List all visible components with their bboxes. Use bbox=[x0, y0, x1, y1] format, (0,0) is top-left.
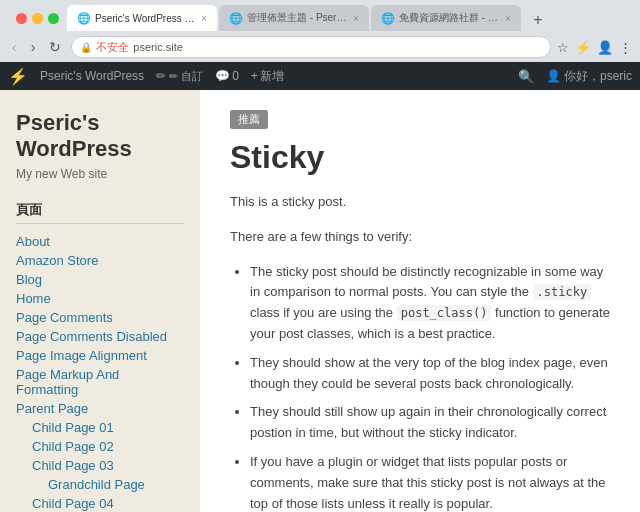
nav-link-page-comments-disabled[interactable]: Page Comments Disabled bbox=[16, 329, 167, 344]
site-tagline: My new Web site bbox=[16, 167, 184, 181]
tab-label-2: 管理佈景主題 - Pseric's WordPr... bbox=[247, 11, 347, 25]
list-item: Blog bbox=[16, 272, 184, 287]
list-item: They should still show up again in their… bbox=[250, 402, 610, 444]
tab-close-2[interactable]: × bbox=[353, 13, 359, 24]
nav-link-page-comments[interactable]: Page Comments bbox=[16, 310, 113, 325]
site-title: Pseric's WordPress bbox=[16, 110, 184, 163]
wp-admin-bar: ⚡ Pseric's WordPress ✏ ✏ 自訂 💬 0 + 新增 🔍 👤… bbox=[0, 62, 640, 90]
customize-link[interactable]: ✏ ✏ 自訂 bbox=[156, 69, 203, 84]
tab-label-3: 免費資源網路社群 - 免費資源... bbox=[399, 11, 499, 25]
child-nav-list: Child Page 01 Child Page 02 Child Page 0… bbox=[16, 420, 184, 512]
post-title: Sticky bbox=[230, 139, 610, 176]
url-text: pseric.site bbox=[133, 41, 183, 53]
lock-icon: 🔒 bbox=[80, 42, 92, 53]
tab-active[interactable]: 🌐 Pseric's WordPress - My new... × bbox=[67, 5, 217, 31]
site-wrapper: Pseric's WordPress My new Web site 頁面 Ab… bbox=[0, 90, 640, 512]
bookmark-button[interactable]: ☆ bbox=[557, 40, 569, 55]
nav-link-parent-page[interactable]: Parent Page bbox=[16, 401, 88, 416]
plus-icon: + bbox=[251, 69, 258, 83]
list-item: Amazon Store bbox=[16, 253, 184, 268]
nav-link-child-01[interactable]: Child Page 01 bbox=[32, 420, 114, 435]
url-bar[interactable]: 🔒 不安全 pseric.site bbox=[71, 36, 551, 58]
tab-label-active: Pseric's WordPress - My new... bbox=[95, 13, 195, 24]
nav-section-title: 頁面 bbox=[16, 201, 184, 224]
minimize-button[interactable] bbox=[32, 13, 43, 24]
tab-favicon-3: 🌐 bbox=[381, 12, 395, 25]
list-item: About bbox=[16, 234, 184, 249]
content-area: 推薦 Sticky This is a sticky post. There a… bbox=[200, 90, 640, 512]
nav-link-child-02[interactable]: Child Page 02 bbox=[32, 439, 114, 454]
nav-link-about[interactable]: About bbox=[16, 234, 50, 249]
post-list: The sticky post should be distinctly rec… bbox=[230, 262, 610, 512]
list-item: If you have a plugin or widget that list… bbox=[250, 452, 610, 512]
list-item: Parent Page bbox=[16, 401, 184, 416]
sidebar: Pseric's WordPress My new Web site 頁面 Ab… bbox=[0, 90, 200, 512]
list-item: Grandchild Page bbox=[48, 477, 184, 492]
new-content-button[interactable]: + 新增 bbox=[251, 68, 284, 85]
tab-close-active[interactable]: × bbox=[201, 13, 207, 24]
maximize-button[interactable] bbox=[48, 13, 59, 24]
code-post-class: post_class() bbox=[397, 305, 492, 321]
user-avatar-icon: 👤 bbox=[546, 69, 561, 83]
list-item: Child Page 03 bbox=[32, 458, 184, 473]
grandchild-nav-list: Grandchild Page bbox=[32, 477, 184, 492]
list-item: Child Page 01 bbox=[32, 420, 184, 435]
customize-label: ✏ 自訂 bbox=[169, 69, 203, 84]
admin-site-name[interactable]: Pseric's WordPress bbox=[40, 69, 144, 83]
menu-button[interactable]: ⋮ bbox=[619, 40, 632, 55]
sidebar-nav: 頁面 About Amazon Store Blog Home Page Com… bbox=[16, 201, 184, 512]
post-container: 推薦 Sticky This is a sticky post. There a… bbox=[200, 90, 640, 512]
tab-favicon-2: 🌐 bbox=[229, 12, 243, 25]
tab-2[interactable]: 🌐 管理佈景主題 - Pseric's WordPr... × bbox=[219, 5, 369, 31]
list-item: Page Comments Disabled bbox=[16, 329, 184, 344]
sticky-badge: 推薦 bbox=[230, 110, 268, 129]
post-content: This is a sticky post. There are a few t… bbox=[230, 192, 610, 512]
howdy-text: 你好，pseric bbox=[564, 68, 632, 85]
not-secure-label: 不安全 bbox=[96, 40, 129, 55]
list-item: The sticky post should be distinctly rec… bbox=[250, 262, 610, 345]
wp-logo-icon[interactable]: ⚡ bbox=[8, 67, 28, 86]
list-item: Home bbox=[16, 291, 184, 306]
admin-search-icon[interactable]: 🔍 bbox=[518, 69, 534, 84]
post-intro1: This is a sticky post. bbox=[230, 192, 610, 213]
nav-link-home[interactable]: Home bbox=[16, 291, 51, 306]
new-label: 新增 bbox=[260, 68, 284, 85]
nav-link-amazon[interactable]: Amazon Store bbox=[16, 253, 98, 268]
comments-link[interactable]: 💬 0 bbox=[215, 69, 239, 83]
nav-link-page-image[interactable]: Page Image Alignment bbox=[16, 348, 147, 363]
list-item: Child Page 04 bbox=[32, 496, 184, 511]
reload-button[interactable]: ↻ bbox=[45, 37, 65, 57]
list-item: They should show at the very top of the … bbox=[250, 353, 610, 395]
extensions-button[interactable]: ⚡ bbox=[575, 40, 591, 55]
tab-close-3[interactable]: × bbox=[505, 13, 511, 24]
list-item: Page Comments bbox=[16, 310, 184, 325]
comment-icon: 💬 bbox=[215, 69, 230, 83]
post-intro2: There are a few things to verify: bbox=[230, 227, 610, 248]
new-tab-button[interactable]: + bbox=[527, 9, 549, 31]
nav-link-page-markup[interactable]: Page Markup And Formatting bbox=[16, 367, 119, 397]
code-sticky: .sticky bbox=[533, 284, 592, 300]
nav-link-blog[interactable]: Blog bbox=[16, 272, 42, 287]
nav-link-child-03[interactable]: Child Page 03 bbox=[32, 458, 114, 473]
nav-link-child-04[interactable]: Child Page 04 bbox=[32, 496, 114, 511]
close-button[interactable] bbox=[16, 13, 27, 24]
howdy-label[interactable]: 👤 你好，pseric bbox=[546, 68, 632, 85]
profile-button[interactable]: 👤 bbox=[597, 40, 613, 55]
nav-link-grandchild[interactable]: Grandchild Page bbox=[48, 477, 145, 492]
list-item: Page Markup And Formatting bbox=[16, 367, 184, 397]
bullet1-text2: class if you are using the bbox=[250, 305, 397, 320]
nav-list: About Amazon Store Blog Home Page Commen… bbox=[16, 234, 184, 512]
list-item: Child Page 02 bbox=[32, 439, 184, 454]
comment-count-label: 0 bbox=[232, 69, 239, 83]
tab-3[interactable]: 🌐 免費資源網路社群 - 免費資源... × bbox=[371, 5, 521, 31]
forward-button[interactable]: › bbox=[27, 37, 40, 57]
list-item: Page Image Alignment bbox=[16, 348, 184, 363]
tab-favicon: 🌐 bbox=[77, 12, 91, 25]
customize-icon: ✏ bbox=[156, 69, 166, 83]
back-button[interactable]: ‹ bbox=[8, 37, 21, 57]
